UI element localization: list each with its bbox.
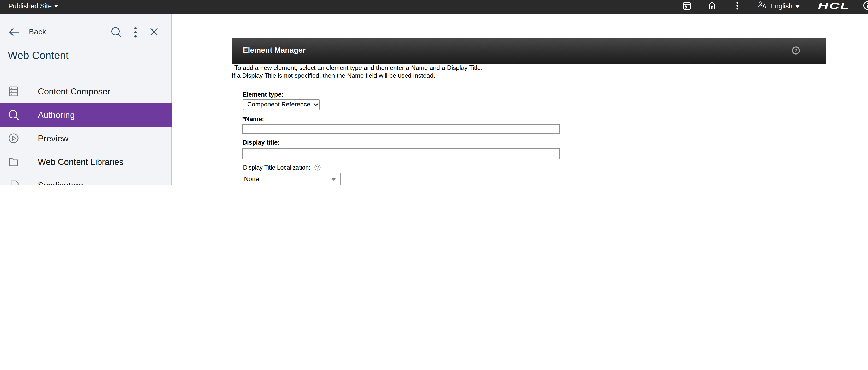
svg-text:?: ? xyxy=(316,165,319,170)
svg-text:?: ? xyxy=(794,48,797,53)
